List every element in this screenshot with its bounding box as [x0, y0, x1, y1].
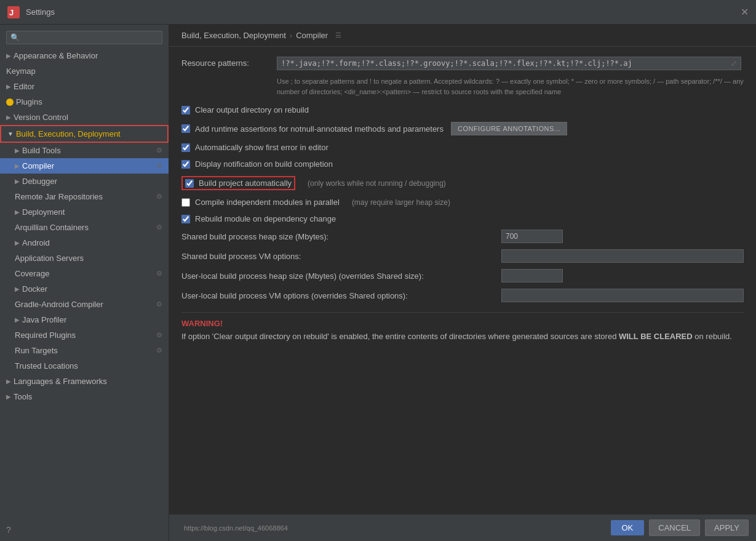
- ok-button[interactable]: OK: [611, 520, 645, 535]
- checkbox-runtime-assertions[interactable]: [181, 124, 190, 133]
- sidebar-item-keymap[interactable]: Keymap: [0, 63, 169, 79]
- sidebar-item-debugger[interactable]: ▶ Debugger: [0, 174, 169, 189]
- cancel-button[interactable]: CANCEL: [649, 519, 700, 536]
- sidebar-item-coverage[interactable]: Coverage⚙: [0, 266, 169, 281]
- expand-icon[interactable]: ⤢: [731, 59, 737, 68]
- search-bar: [0, 27, 169, 48]
- sidebar-item-build-exec-deploy[interactable]: ▼ Build, Execution, Deployment: [0, 125, 169, 143]
- warning-box: WARNING! If option 'Clear output directo…: [181, 312, 744, 349]
- arrow-icon: ▶: [6, 83, 11, 90]
- warning-text-content: If option 'Clear output directory on reb…: [181, 332, 732, 341]
- checkbox-row-compile-parallel: Compile independent modules in parallel(…: [181, 196, 744, 208]
- help-button[interactable]: ?: [6, 525, 11, 535]
- sidebar-list: ▶ Appearance & BehaviorKeymap▶ EditorPlu…: [0, 48, 169, 404]
- titlebar: J Settings ✕: [0, 0, 756, 25]
- checkbox-label-compile-parallel[interactable]: Compile independent modules in parallel: [195, 198, 340, 207]
- sidebar-item-version-control[interactable]: ▶ Version Control: [0, 110, 169, 125]
- sidebar-label: Java Profiler: [22, 315, 66, 324]
- field-input-vm-options-local[interactable]: [501, 289, 744, 302]
- arrow-icon: ▼: [7, 130, 14, 137]
- field-label-heap-size-shared: Shared build process heap size (Mbytes):: [181, 232, 501, 241]
- checkbox-label-runtime-assertions[interactable]: Add runtime assertions for notnull-annot…: [195, 124, 444, 134]
- checkbox-note-compile-parallel: (may require larger heap size): [352, 198, 450, 207]
- sidebar-label: Appearance & Behavior: [14, 51, 98, 60]
- sidebar-item-remote-jar[interactable]: Remote Jar Repositories⚙: [0, 189, 169, 204]
- configure-annotations-button[interactable]: CONFIGURE ANNOTATIONS...: [451, 122, 567, 135]
- bottom-bar: https://blog.csdn.net/qq_46068864 OK CAN…: [169, 514, 756, 541]
- gear-icon: ⚙: [156, 270, 162, 278]
- sidebar-item-java-profiler[interactable]: ▶ Java Profiler: [0, 312, 169, 327]
- svg-text:J: J: [9, 8, 14, 17]
- checkbox-row-runtime-assertions: Add runtime assertions for notnull-annot…: [181, 121, 744, 137]
- breadcrumb-separator: ›: [290, 31, 292, 40]
- apply-button[interactable]: APPLY: [705, 519, 749, 536]
- sidebar-item-editor[interactable]: ▶ Editor: [0, 79, 169, 94]
- checkbox-show-first-error[interactable]: [181, 143, 190, 152]
- bottom-link: https://blog.csdn.net/qq_46068864: [184, 524, 288, 532]
- arrow-icon: ▶: [15, 286, 20, 292]
- checkbox-label-build-automatically[interactable]: Build project automatically: [199, 178, 292, 188]
- sidebar-item-arquillian[interactable]: Arquillian Containers⚙: [0, 220, 169, 235]
- sidebar-item-appearance[interactable]: ▶ Appearance & Behavior: [0, 48, 169, 63]
- settings-content: Resource patterns: ⤢ Use ; to separate p…: [169, 47, 756, 514]
- sidebar-label: Run Targets: [15, 346, 58, 355]
- highlighted-wrapper: Build project automatically: [181, 176, 295, 190]
- checkbox-display-notification[interactable]: [181, 160, 190, 169]
- sidebar-label: Gradle-Android Compiler: [15, 300, 103, 309]
- checkbox-build-automatically[interactable]: [185, 179, 194, 188]
- gear-icon: ⚙: [156, 300, 162, 308]
- sidebar-item-required-plugins[interactable]: Required Plugins⚙: [0, 327, 169, 343]
- sidebar-item-plugins[interactable]: Plugins: [0, 94, 169, 110]
- sidebar-item-deployment[interactable]: ▶ Deployment: [0, 204, 169, 220]
- close-button[interactable]: ✕: [741, 6, 749, 18]
- arrow-icon: ▶: [6, 378, 11, 385]
- sidebar-item-tools[interactable]: ▶ Tools: [0, 389, 169, 404]
- arrow-icon: ▶: [15, 178, 20, 185]
- sidebar-label: Docker: [22, 284, 47, 294]
- sidebar-item-docker[interactable]: ▶ Docker: [0, 281, 169, 297]
- sidebar-item-languages[interactable]: ▶ Languages & Frameworks: [0, 374, 169, 389]
- sidebar-item-run-targets[interactable]: Run Targets⚙: [0, 343, 169, 358]
- sidebar-label: Plugins: [16, 97, 42, 106]
- checkbox-compile-parallel[interactable]: [181, 198, 190, 207]
- main-container: ▶ Appearance & BehaviorKeymap▶ EditorPlu…: [0, 25, 756, 541]
- right-panel: Build, Execution, Deployment › Compiler …: [169, 25, 756, 541]
- sidebar-label: Android: [22, 238, 50, 247]
- checkbox-label-clear-output[interactable]: Clear output directory on rebuild: [195, 105, 309, 114]
- sidebar-label: Arquillian Containers: [15, 223, 89, 232]
- sidebar-item-build-tools[interactable]: ▶ Build Tools⚙: [0, 143, 169, 158]
- sidebar-item-trusted-locations[interactable]: Trusted Locations: [0, 358, 169, 374]
- titlebar-title: Settings: [26, 7, 55, 17]
- field-input-heap-size-local[interactable]: [501, 269, 563, 283]
- breadcrumb: Build, Execution, Deployment › Compiler …: [169, 25, 756, 47]
- checkbox-clear-output[interactable]: [181, 106, 190, 114]
- sidebar-item-app-servers[interactable]: Application Servers: [0, 250, 169, 266]
- checkbox-row-clear-output: Clear output directory on rebuild: [181, 104, 744, 116]
- sidebar-label: Application Servers: [15, 254, 84, 263]
- checkbox-label-show-first-error[interactable]: Automatically show first error in editor: [195, 143, 328, 152]
- sidebar-label: Build Tools: [22, 146, 61, 155]
- breadcrumb-part2: Compiler: [296, 31, 328, 40]
- sidebar-item-android[interactable]: ▶ Android: [0, 235, 169, 250]
- resource-patterns-input[interactable]: [281, 59, 731, 68]
- sidebar-item-gradle-android[interactable]: Gradle-Android Compiler⚙: [0, 297, 169, 312]
- field-input-vm-options-shared[interactable]: [501, 249, 744, 263]
- resource-patterns-row: Resource patterns: ⤢: [181, 57, 744, 70]
- breadcrumb-icon: ☰: [335, 31, 341, 39]
- checkbox-label-display-notification[interactable]: Display notification on build completion: [195, 159, 333, 169]
- field-row-vm-options-local: User-local build process VM options (ove…: [181, 289, 744, 302]
- arrow-icon: ▶: [6, 52, 11, 59]
- arrow-icon: ▶: [15, 147, 20, 154]
- gear-icon: ⚙: [156, 162, 162, 170]
- arrow-icon: ▶: [6, 114, 11, 121]
- checkbox-label-rebuild-module[interactable]: Rebuild module on dependency change: [195, 214, 336, 223]
- sidebar-label: Keymap: [6, 66, 36, 76]
- sidebar-item-compiler[interactable]: ▶ Compiler⚙: [0, 158, 169, 174]
- arrow-icon: ▶: [15, 239, 20, 246]
- search-input[interactable]: [6, 31, 162, 44]
- field-input-heap-size-shared[interactable]: [501, 230, 563, 243]
- field-label-vm-options-shared: Shared build process VM options:: [181, 252, 501, 261]
- sidebar-label: Compiler: [22, 161, 54, 170]
- sidebar-label: Debugger: [22, 177, 57, 186]
- checkbox-rebuild-module[interactable]: [181, 215, 190, 223]
